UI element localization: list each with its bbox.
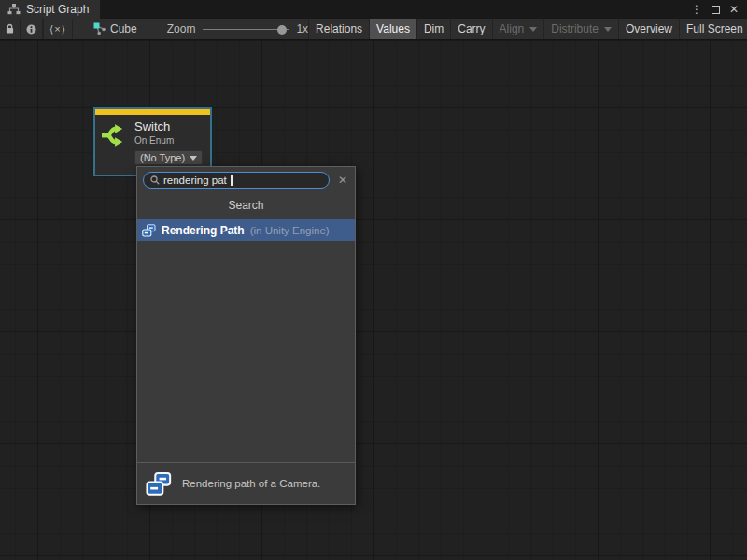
window-controls: ⋮ ✕ [689, 0, 747, 19]
enum-type-value: (No Type) [140, 152, 185, 163]
info-button[interactable] [21, 19, 43, 39]
script-graph-window: Script Graph ⋮ ✕ ⟨×⟩ [0, 0, 747, 560]
align-label: Align [500, 22, 525, 35]
lock-button[interactable] [0, 19, 21, 39]
node-body: Switch On Enum (No Type) [95, 115, 210, 165]
code-view-button[interactable]: ⟨×⟩ [43, 19, 73, 39]
window-maximize-button[interactable] [708, 2, 723, 17]
zoom-value: 1x [296, 22, 308, 35]
distribute-button: Distribute [543, 19, 618, 39]
search-query: rendering pat [163, 175, 227, 186]
tab-bar: Script Graph ⋮ ✕ [0, 0, 747, 19]
zoom-slider-track [203, 29, 289, 31]
result-list-empty-area [137, 241, 355, 462]
node-title: Switch [134, 119, 203, 133]
code-icon: ⟨×⟩ [49, 23, 66, 35]
node-subtitle: On Enum [134, 134, 203, 147]
graph-name: Cube [110, 22, 137, 35]
zoom-control: Zoom 1x [167, 19, 308, 39]
node-text-column: Switch On Enum (No Type) [134, 119, 203, 165]
close-search-button[interactable]: ✕ [334, 174, 351, 187]
result-description-panel: Rendering path of a Camera. [137, 462, 355, 504]
search-icon [150, 175, 160, 185]
full-screen-button[interactable]: Full Screen [679, 19, 747, 39]
text-caret [231, 175, 233, 186]
graph-breadcrumb-cube[interactable]: Cube [88, 19, 143, 39]
relations-button[interactable]: Relations [308, 19, 369, 39]
script-graph-icon [7, 4, 21, 15]
graph-asset-icon [93, 22, 106, 35]
chevron-down-icon [604, 27, 612, 32]
window-close-button[interactable]: ✕ [726, 2, 741, 17]
search-result-rendering-path[interactable]: Rendering Path (in Unity Engine) [137, 219, 355, 241]
graph-toolbar: ⟨×⟩ Cube Zoom 1x Relations Values Dim Ca… [0, 19, 747, 40]
zoom-label: Zoom [167, 22, 196, 35]
result-description: Rendering path of a Camera. [182, 478, 320, 489]
tab-title: Script Graph [26, 3, 89, 16]
overview-button[interactable]: Overview [618, 19, 679, 39]
result-namespace: (in Unity Engine) [250, 225, 330, 236]
search-input[interactable]: rendering pat [143, 172, 330, 189]
search-section-header: Search [137, 192, 355, 219]
enum-icon-large [146, 471, 172, 497]
result-name: Rendering Path [162, 224, 245, 237]
enum-type-dropdown[interactable]: (No Type) [134, 150, 203, 165]
align-button: Align [492, 19, 544, 39]
switch-icon [101, 122, 127, 148]
fuzzy-finder-popup: rendering pat ✕ Search Rendering Path (i… [136, 166, 356, 505]
distribute-label: Distribute [551, 22, 599, 35]
tab-script-graph[interactable]: Script Graph [0, 0, 100, 19]
info-icon [26, 24, 36, 35]
enum-icon [142, 224, 156, 237]
dim-button[interactable]: Dim [416, 19, 450, 39]
search-row: rendering pat ✕ [137, 167, 355, 192]
values-button[interactable]: Values [369, 19, 416, 39]
zoom-slider-handle[interactable] [277, 25, 287, 35]
zoom-slider[interactable] [203, 19, 289, 40]
maximize-icon [712, 6, 720, 14]
lock-icon [6, 23, 14, 35]
graph-canvas[interactable]: Switch On Enum (No Type) rendering pa [0, 41, 747, 560]
toolbar-toggle-group: Relations Values Dim Carry Align Distrib… [308, 19, 747, 39]
chevron-down-icon [529, 27, 537, 32]
chevron-down-icon [190, 156, 197, 161]
window-menu-button[interactable]: ⋮ [689, 2, 704, 17]
carry-button[interactable]: Carry [450, 19, 491, 39]
